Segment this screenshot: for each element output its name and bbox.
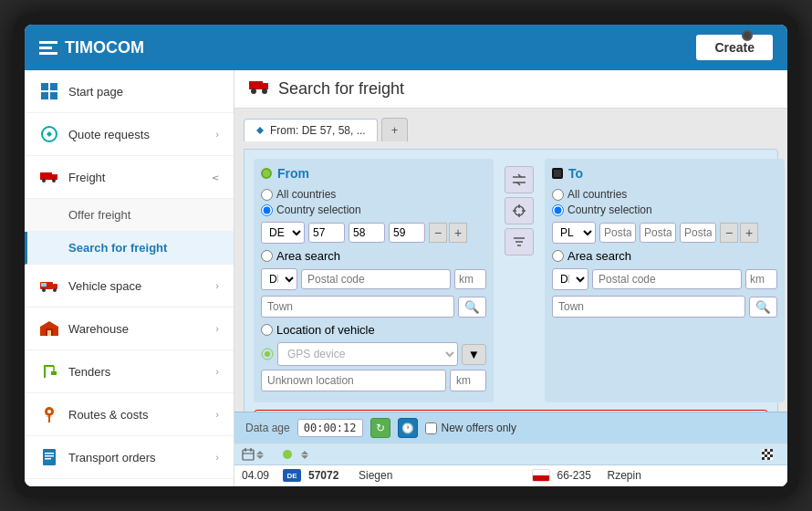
to-minus-btn[interactable]: −: [720, 223, 738, 243]
to-postal-3[interactable]: [680, 223, 716, 243]
from-vehicle-label: Location of vehicle: [276, 323, 375, 337]
panel-title: Search for freight: [278, 79, 404, 99]
to-country-select[interactable]: PL: [552, 222, 596, 244]
to-label: To: [568, 166, 583, 181]
sidebar-label-tenders: Tenders: [68, 365, 215, 379]
to-plus-btn[interactable]: +: [740, 223, 758, 243]
svg-rect-11: [41, 283, 47, 287]
new-offers-checkbox[interactable]: [425, 422, 437, 434]
to-column: To All countries Country se: [545, 159, 785, 402]
sort-from-icon: [301, 451, 308, 459]
svg-point-12: [42, 288, 46, 292]
swap-col: [501, 159, 537, 402]
swap-button[interactable]: [505, 166, 534, 193]
from-area-row: Area search: [261, 249, 486, 263]
row-from-flag: DE: [283, 469, 308, 482]
svg-rect-23: [43, 449, 56, 465]
from-gps-select[interactable]: GPS device: [277, 342, 458, 366]
sidebar-item-offer-freight[interactable]: Offer freight: [25, 199, 234, 232]
svg-rect-24: [45, 453, 54, 454]
svg-rect-25: [45, 455, 54, 457]
filter-button[interactable]: [505, 228, 534, 256]
from-country-select[interactable]: DE: [261, 222, 305, 244]
row-to-city: Rzepin: [608, 469, 781, 482]
sidebar-item-search-freight[interactable]: Search for freight: [25, 232, 234, 265]
refresh-button[interactable]: ↻: [370, 418, 390, 438]
to-area-postal[interactable]: [592, 269, 742, 289]
svg-rect-0: [41, 83, 48, 90]
from-green-dot: [283, 450, 292, 459]
logo-area: TIMOCOM: [39, 38, 696, 57]
from-unknown-input[interactable]: [261, 370, 446, 391]
sort-date-icon: [256, 451, 264, 459]
from-gps-expand-btn[interactable]: ▼: [462, 344, 486, 365]
crosshair-button[interactable]: [505, 197, 534, 224]
col-header-from-dot: [283, 448, 301, 461]
to-area-km[interactable]: [745, 269, 777, 289]
from-unknown-km[interactable]: [450, 370, 486, 391]
to-postal-1[interactable]: [599, 223, 636, 243]
from-postal-row: DE − +: [261, 222, 486, 244]
svg-rect-5: [40, 172, 52, 180]
from-vehicle-row: Location of vehicle: [261, 323, 486, 337]
to-area-radio[interactable]: [552, 250, 564, 262]
from-dot: [261, 168, 272, 179]
sidebar-item-freight[interactable]: Freight ∨: [25, 156, 234, 199]
sidebar-item-quote-requests[interactable]: Quote requests ›: [25, 113, 234, 156]
sidebar-item-transport[interactable]: Transport orders ›: [25, 436, 234, 479]
from-area-inputs: DE: [261, 268, 486, 290]
van-icon: [39, 276, 59, 296]
sidebar-item-warehouse[interactable]: Warehouse ›: [25, 308, 234, 350]
from-postal-2[interactable]: [349, 223, 385, 243]
svg-rect-26: [45, 458, 51, 460]
to-area-country[interactable]: DE: [552, 268, 588, 290]
create-button[interactable]: Create: [696, 35, 773, 60]
freight-icon: [39, 167, 59, 187]
svg-point-31: [265, 351, 270, 357]
from-town-search-btn[interactable]: 🔍: [458, 297, 486, 318]
svg-rect-20: [51, 371, 57, 375]
from-all-radio[interactable]: [261, 189, 273, 201]
tab-from[interactable]: From: DE 57, 58, ...: [244, 119, 378, 141]
to-town-input[interactable]: [552, 296, 745, 318]
row-date: 04.09: [242, 469, 283, 482]
from-area-country[interactable]: DE: [261, 268, 297, 290]
from-area-km[interactable]: [454, 269, 486, 289]
svg-point-30: [262, 89, 267, 94]
sidebar-label-routes: Routes & costs: [68, 408, 215, 422]
col-header-date: [242, 448, 283, 461]
from-vehicle-radio[interactable]: [261, 324, 273, 336]
from-area-postal[interactable]: [301, 269, 451, 289]
from-minus-btn[interactable]: −: [429, 223, 447, 243]
chevron-right-icon: ›: [215, 129, 219, 140]
calendar-icon: [242, 448, 255, 461]
to-all-radio[interactable]: [552, 189, 564, 201]
form-container: From: DE 57, 58, ... + From: [234, 109, 787, 412]
from-country-radio[interactable]: [261, 204, 273, 216]
from-postal-3[interactable]: [389, 223, 425, 243]
clock-button[interactable]: 🕐: [398, 418, 418, 438]
new-offers-row: New offers only: [425, 422, 516, 434]
sidebar-label-quote: Quote requests: [68, 128, 215, 141]
tab-add-button[interactable]: +: [381, 118, 409, 141]
to-country-radio[interactable]: [552, 204, 564, 216]
to-chess-icon: [762, 449, 773, 460]
table-row[interactable]: 04.09 DE 57072 Siegen 66-235: [234, 465, 787, 486]
to-postal-2[interactable]: [640, 223, 676, 243]
sidebar-item-vehicle-space[interactable]: Vehicle space ›: [25, 265, 234, 308]
svg-point-8: [52, 179, 56, 182]
to-town-search-btn[interactable]: 🔍: [749, 297, 777, 318]
sidebar-item-tenders[interactable]: Tenders ›: [25, 350, 234, 393]
sidebar-item-routes[interactable]: Routes & costs ›: [25, 393, 234, 436]
to-town-row: 🔍: [552, 296, 777, 318]
to-postal-row: PL − +: [552, 222, 777, 244]
row-from-postal: 57072: [308, 469, 359, 482]
to-area-row: Area search: [552, 249, 777, 263]
sidebar-item-start-page[interactable]: Start page: [25, 70, 234, 113]
chevron-down-icon: ∨: [210, 173, 222, 181]
from-postal-1[interactable]: [308, 223, 345, 243]
svg-rect-3: [50, 92, 57, 99]
from-plus-btn[interactable]: +: [449, 223, 467, 243]
from-town-input[interactable]: [261, 296, 454, 318]
from-area-radio[interactable]: [261, 250, 273, 262]
